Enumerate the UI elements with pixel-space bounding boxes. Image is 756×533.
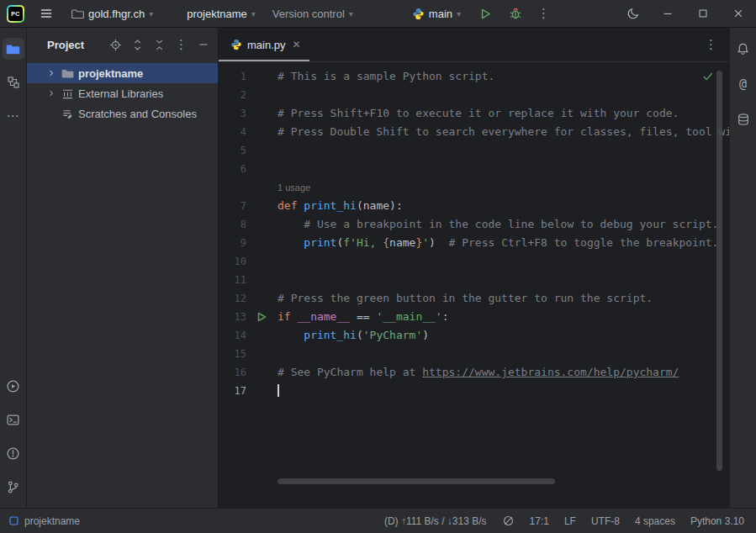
code-line[interactable]: 5 xyxy=(219,141,729,160)
maximize-button[interactable] xyxy=(685,0,721,27)
line-number[interactable]: 1 xyxy=(219,67,246,86)
code-segment: # Press the green button in the gutter t… xyxy=(278,292,653,304)
code-text: # Press Double Shift to search everywher… xyxy=(278,123,729,141)
code-text: print_hi('PyCharm') xyxy=(278,326,729,345)
tab-main-py[interactable]: main.py ✕ xyxy=(219,28,309,61)
menu-version-control-label: Version control xyxy=(272,8,345,20)
code-segment: ) xyxy=(422,329,429,341)
structure-toolwindow-button[interactable] xyxy=(3,71,24,93)
line-number[interactable]: 2 xyxy=(219,86,246,104)
usages-inlay-hint[interactable]: 1 usage xyxy=(278,178,310,197)
line-number[interactable]: 7 xyxy=(219,197,246,215)
menu-projektname[interactable]: projektname ▾ xyxy=(182,4,261,24)
line-number[interactable]: 14 xyxy=(219,326,246,345)
hide-icon xyxy=(198,39,209,50)
network-speed-widget[interactable]: (D) ↑111 B/s / ↓313 B/s xyxy=(384,515,487,527)
line-number[interactable]: 8 xyxy=(219,215,246,234)
line-number[interactable]: 16 xyxy=(219,363,246,382)
inspections-status-icon[interactable] xyxy=(702,71,714,82)
code-line[interactable]: 11 xyxy=(219,271,729,289)
ai-assistant-button[interactable]: @ xyxy=(732,73,754,95)
version-control-toolwindow-button[interactable] xyxy=(3,476,24,498)
tree-item-scratches[interactable]: Scratches and Consoles xyxy=(27,103,218,124)
code-line[interactable]: 15 xyxy=(219,345,729,363)
project-toolwindow-button[interactable] xyxy=(3,38,24,60)
hide-panel-button[interactable] xyxy=(198,39,209,50)
code-segment: __name__ xyxy=(297,310,350,323)
more-toolwindows-button[interactable]: ⋯ xyxy=(3,105,24,127)
database-button[interactable] xyxy=(732,108,754,130)
code-line[interactable]: 14 print_hi('PyCharm') xyxy=(219,326,729,345)
tab-options-button[interactable]: ⋮ xyxy=(705,37,729,52)
run-line-icon[interactable] xyxy=(246,308,278,326)
main-menu-button[interactable] xyxy=(34,3,58,24)
line-separator-widget[interactable]: LF xyxy=(564,515,576,527)
code-line[interactable]: 9 print(f'Hi, {name}') # Press Ctrl+F8 t… xyxy=(219,234,729,252)
title-bar: PC gold.fhgr.ch ▾ projektname ▾ Version … xyxy=(0,0,756,28)
line-number[interactable]: 3 xyxy=(219,104,246,123)
code-line[interactable]: 13if __name__ == '__main__': xyxy=(219,308,729,326)
line-number[interactable]: 5 xyxy=(219,141,246,160)
statusbar-project-widget[interactable]: projektname xyxy=(8,515,80,527)
code-line[interactable]: 6 xyxy=(219,160,729,178)
more-actions-button[interactable]: ⋮ xyxy=(532,3,556,24)
tree-item-projektname[interactable]: projektname xyxy=(27,63,218,83)
line-number[interactable]: 4 xyxy=(219,123,246,141)
debug-button[interactable] xyxy=(504,3,527,24)
project-switcher[interactable]: gold.fhgr.ch ▾ xyxy=(66,4,158,24)
encoding-widget[interactable]: UTF-8 xyxy=(591,515,620,527)
crossed-eye-widget[interactable] xyxy=(502,515,515,527)
chevron-right-icon[interactable] xyxy=(45,88,57,98)
problems-toolwindow-button[interactable] xyxy=(3,442,24,464)
chevron-down-icon: ▾ xyxy=(149,9,153,18)
line-number[interactable]: 6 xyxy=(219,160,246,178)
gutter-spacer xyxy=(246,104,278,123)
code-hyperlink[interactable]: https://www.jetbrains.com/help/pycharm/ xyxy=(422,366,679,378)
line-number[interactable]: 15 xyxy=(219,345,246,363)
menu-version-control[interactable]: Version control ▾ xyxy=(267,4,358,24)
code-text xyxy=(278,160,729,178)
vertical-scrollbar[interactable] xyxy=(716,71,722,471)
tree-item-label: projektname xyxy=(78,67,143,80)
code-line[interactable]: 10 xyxy=(219,252,729,271)
chevron-right-icon[interactable] xyxy=(45,68,57,78)
locate-file-button[interactable] xyxy=(109,39,122,51)
run-button[interactable] xyxy=(474,4,497,24)
code-line[interactable]: 17 xyxy=(219,382,729,400)
code-line[interactable]: 3# Press Shift+F10 to execute it or repl… xyxy=(219,104,729,123)
tab-close-icon[interactable]: ✕ xyxy=(293,39,301,50)
code-line[interactable]: 7def print_hi(name): xyxy=(219,197,729,215)
moon-icon-button[interactable] xyxy=(615,0,650,27)
code-line[interactable]: 2 xyxy=(219,86,729,104)
tree-item-label: Scratches and Consoles xyxy=(78,108,197,120)
interpreter-widget[interactable]: Python 3.10 xyxy=(690,515,744,527)
editor-body[interactable]: 1# This is a sample Python script.23# Pr… xyxy=(219,62,729,508)
line-number[interactable]: 12 xyxy=(219,289,246,308)
run-configuration-selector[interactable]: main ▾ xyxy=(407,4,466,24)
line-number[interactable]: 11 xyxy=(219,271,246,289)
left-tool-strip: ⋯ xyxy=(0,28,27,508)
minimize-button[interactable] xyxy=(650,0,685,27)
terminal-toolwindow-button[interactable] xyxy=(3,409,24,430)
tree-item-external-libraries[interactable]: External Libraries xyxy=(27,83,218,103)
panel-options-button[interactable]: ⋮ xyxy=(175,37,188,52)
python-icon xyxy=(412,8,425,20)
code-segment: # This is a sample Python script. xyxy=(278,70,494,82)
code-line[interactable]: 1# This is a sample Python script. xyxy=(219,67,729,86)
line-number[interactable]: 9 xyxy=(219,234,246,252)
close-button[interactable] xyxy=(721,0,756,27)
collapse-all-button[interactable] xyxy=(153,39,166,51)
line-number[interactable]: 10 xyxy=(219,252,246,271)
horizontal-scrollbar[interactable] xyxy=(278,478,555,484)
notifications-button[interactable] xyxy=(732,38,754,60)
expand-all-button[interactable] xyxy=(131,39,144,51)
line-number[interactable]: 13 xyxy=(219,308,246,326)
indent-widget[interactable]: 4 spaces xyxy=(635,515,675,527)
code-line[interactable]: 12# Press the green button in the gutter… xyxy=(219,289,729,308)
code-line[interactable]: 4# Press Double Shift to search everywhe… xyxy=(219,123,729,141)
caret-position-widget[interactable]: 17:1 xyxy=(530,515,549,527)
code-line[interactable]: 16# See PyCharm help at https://www.jetb… xyxy=(219,363,729,382)
line-number[interactable]: 17 xyxy=(219,382,246,400)
services-toolwindow-button[interactable] xyxy=(3,375,24,397)
code-line[interactable]: 8 # Use a breakpoint in the code line be… xyxy=(219,215,729,234)
